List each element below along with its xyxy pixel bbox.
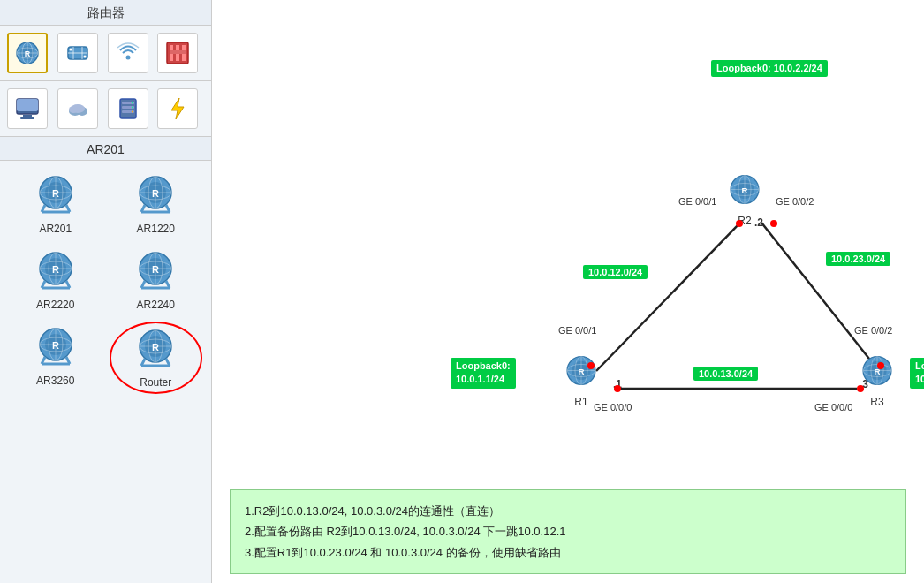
- device-item-ar2220[interactable]: R AR2220: [9, 246, 102, 314]
- info-line-2: 2.配置备份路由 R2到10.0.13.0/24, 10.0.3.0/24 下一…: [245, 521, 891, 541]
- router-node-r1[interactable]: R R1: [561, 353, 602, 408]
- router-node-r3[interactable]: R R3: [857, 353, 897, 408]
- svg-point-12: [83, 56, 86, 58]
- device-name-ar3260: AR3260: [36, 375, 74, 387]
- device-item-ar1220[interactable]: R AR1220: [110, 170, 203, 238]
- svg-rect-18: [170, 50, 186, 54]
- device-name-ar1220: AR1220: [137, 223, 175, 235]
- port-ge000-r3: GE 0/0/0: [814, 402, 852, 413]
- device-name-ar2240: AR2240: [137, 299, 175, 311]
- device-name-router: Router: [140, 376, 171, 389]
- port-ge002-r3: GE 0/0/2: [854, 325, 892, 336]
- device-icon-ar2220: R: [33, 249, 79, 295]
- loopback-r2-label: Loopback0: 10.0.2.2/24: [711, 60, 828, 77]
- net-13-label: 10.0.13.0/24: [693, 367, 758, 381]
- svg-point-33: [132, 111, 133, 113]
- svg-line-95: [596, 223, 740, 371]
- toolbar-switch-icon[interactable]: [57, 33, 98, 73]
- device-name-ar201: AR201: [39, 223, 72, 235]
- device-section-label: AR201: [0, 137, 211, 161]
- red-dot-r2-ge002: [770, 220, 777, 227]
- info-line-3: 3.配置R1到10.0.23.0/24 和 10.0.3.0/24 的备份，使用…: [245, 542, 891, 563]
- network-diagram: Loopback0: 10.0.2.2/24 10.0.12.0/24 10.0…: [212, 0, 924, 468]
- toolbar-wireless-icon[interactable]: [108, 33, 148, 73]
- toolbar-firewall-icon[interactable]: [157, 33, 198, 73]
- device-name-ar2220: AR2220: [36, 299, 74, 311]
- router-r3-label: R3: [870, 396, 883, 408]
- port-ge001-r1: GE 0/0/1: [558, 325, 596, 336]
- icon-grid-top: R: [0, 26, 211, 81]
- svg-point-26: [69, 106, 78, 113]
- svg-marker-34: [171, 98, 184, 119]
- device-item-ar2240[interactable]: R AR2240: [110, 246, 203, 314]
- toolbar-cloud-icon[interactable]: [57, 88, 98, 129]
- svg-rect-20: [17, 99, 38, 111]
- sidebar: 路由器 R: [0, 0, 212, 583]
- svg-point-13: [125, 56, 130, 60]
- device-item-ar201[interactable]: R AR201: [9, 170, 102, 238]
- loopback-r3-label: Loopback0:10.0.3.3/24: [910, 358, 924, 389]
- device-item-ar3260[interactable]: R AR3260: [9, 322, 102, 394]
- svg-line-96: [761, 223, 879, 371]
- device-grid: R AR201 R: [0, 161, 211, 403]
- toolbar-lightning-icon[interactable]: [157, 88, 198, 129]
- router-node-r2[interactable]: R R2: [724, 172, 765, 227]
- red-dot-r2-ge001: [736, 220, 743, 227]
- toolbar-router-icon[interactable]: R: [7, 33, 48, 73]
- svg-rect-21: [23, 115, 32, 117]
- main-diagram-area: Loopback0: 10.0.2.2/24 10.0.12.0/24 10.0…: [212, 0, 924, 583]
- port-ge002-r2: GE 0/0/2: [776, 196, 814, 207]
- red-dot-r3-ge000: [857, 385, 864, 392]
- toolbar-server-icon[interactable]: [108, 88, 148, 129]
- red-dot-r1-ge001: [587, 362, 595, 369]
- device-icon-ar1220: R: [133, 173, 178, 219]
- svg-point-11: [69, 49, 72, 51]
- red-dot-r3-ge002: [877, 362, 884, 369]
- device-icon-ar3260: R: [33, 325, 79, 371]
- svg-point-31: [132, 102, 133, 104]
- net-12-label: 10.0.12.0/24: [583, 265, 648, 279]
- device-item-router[interactable]: R Router: [110, 322, 203, 394]
- port-ge001-r2: GE 0/0/1: [678, 196, 716, 207]
- icon-grid-bottom: [0, 81, 211, 137]
- toolbar-pc-icon[interactable]: [7, 88, 48, 129]
- net-23-label: 10.0.23.0/24: [826, 252, 890, 266]
- info-line-1: 1.R2到10.0.13.0/24, 10.0.3.0/24的连通性（直连）: [245, 501, 891, 521]
- loopback-r1-label: Loopback0:10.0.1.1/24: [451, 358, 516, 389]
- red-dot-r1-ge000: [614, 385, 621, 392]
- sidebar-title: 路由器: [0, 0, 211, 26]
- router-r1-label: R1: [574, 396, 587, 408]
- device-icon-ar2240: R: [133, 249, 178, 295]
- svg-rect-22: [20, 117, 34, 119]
- info-box: 1.R2到10.0.13.0/24, 10.0.3.0/24的连通性（直连） 2…: [230, 489, 906, 574]
- device-icon-ar201: R: [33, 173, 79, 219]
- svg-point-32: [132, 107, 133, 109]
- device-icon-router: R: [133, 327, 178, 373]
